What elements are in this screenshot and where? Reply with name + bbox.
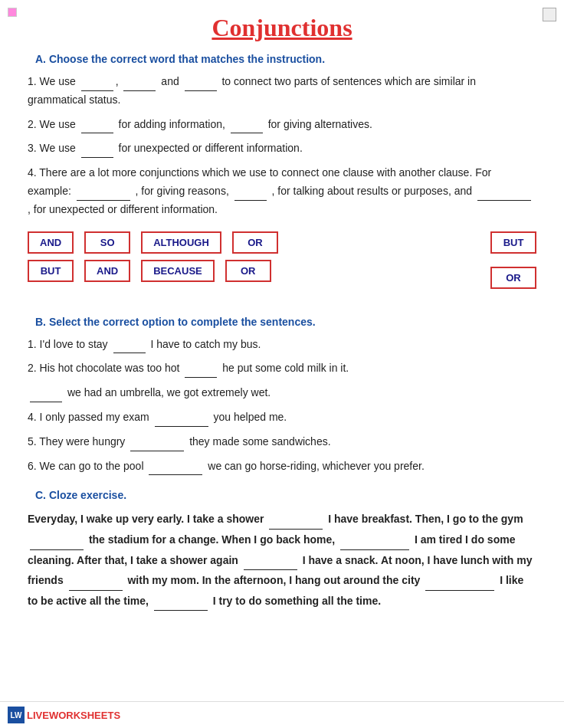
blank-a1-1[interactable]: [81, 90, 113, 91]
blank-c6[interactable]: [425, 590, 494, 591]
blank-b3[interactable]: [30, 402, 62, 402]
corner-decoration-tl: [8, 8, 17, 17]
question-b6: 6. We can go to the pool we can go horse…: [28, 457, 536, 476]
question-b2: 2. His hot chocolate was too hot he put …: [28, 359, 536, 378]
word-box-but2[interactable]: BUT: [490, 231, 536, 254]
section-a-title: A. Choose the correct word that matches …: [35, 53, 536, 65]
blank-c3[interactable]: [340, 549, 409, 550]
blank-a3-1[interactable]: [81, 157, 113, 158]
question-b1: 1. I'd love to stay I have to catch my b…: [28, 336, 536, 354]
question-a3: 3. We use for unexpected or different in…: [28, 139, 536, 158]
page-title: Conjunctions: [28, 14, 536, 42]
section-c: C. Cloze exercise. Everyday, I wake up v…: [28, 489, 536, 611]
blank-b5[interactable]: [130, 451, 184, 451]
section-c-title: C. Cloze exercise.: [35, 489, 536, 501]
question-a1: 1. We use , and to connect two parts of …: [28, 73, 536, 110]
logo-icon: LW: [8, 707, 25, 723]
blank-b4[interactable]: [155, 426, 208, 427]
footer: LW LIVEWORKSHEETS: [0, 701, 564, 728]
word-box-and1[interactable]: AND: [28, 231, 74, 254]
blank-c5[interactable]: [69, 590, 123, 591]
section-b: B. Select the correct option to complete…: [28, 316, 536, 476]
word-box-or1[interactable]: OR: [232, 231, 278, 254]
liveworksheets-logo: LW LIVEWORKSHEETS: [8, 707, 120, 723]
word-box-or3[interactable]: OR: [490, 267, 536, 289]
corner-decoration-tr: [543, 8, 556, 21]
word-box-because[interactable]: BECAUSE: [141, 260, 215, 282]
blank-c1[interactable]: [269, 529, 323, 530]
section-b-title: B. Select the correct option to complete…: [35, 316, 536, 328]
word-box-but1[interactable]: BUT: [28, 260, 74, 282]
blank-a4-1[interactable]: [77, 200, 130, 201]
footer-text: LIVEWORKSHEETS: [27, 710, 120, 721]
question-a4: 4. There are a lot more conjunctions whi…: [28, 164, 536, 218]
blank-a1-3[interactable]: [185, 90, 217, 91]
blank-c7[interactable]: [154, 610, 208, 611]
word-box-and2[interactable]: AND: [84, 260, 130, 282]
blank-a2-2[interactable]: [231, 133, 263, 133]
word-box-or2[interactable]: OR: [225, 260, 271, 282]
word-box-so[interactable]: SO: [84, 231, 130, 254]
blank-a1-2[interactable]: [123, 90, 156, 91]
section-a: A. Choose the correct word that matches …: [28, 53, 536, 300]
question-b4: 4. I only passed my exam you helped me.: [28, 408, 536, 427]
blank-c2[interactable]: [30, 549, 84, 550]
blank-b6[interactable]: [149, 474, 202, 475]
blank-c4[interactable]: [244, 569, 297, 570]
word-box-area: AND SO ALTHOUGH OR BUT AND BECAUSE OR BU…: [28, 231, 536, 300]
blank-a2-1[interactable]: [81, 133, 113, 133]
blank-b1[interactable]: [113, 353, 146, 353]
blank-b2[interactable]: [185, 377, 217, 378]
question-a2: 2. We use for adding information, for gi…: [28, 116, 536, 134]
question-b3: we had an umbrella, we got extremely wet…: [28, 384, 536, 402]
cloze-paragraph: Everyday, I wake up very early. I take a…: [28, 509, 536, 611]
word-box-although[interactable]: ALTHOUGH: [141, 231, 221, 254]
question-b5: 5. They were hungry they made some sandw…: [28, 433, 536, 451]
blank-a4-3[interactable]: [477, 200, 531, 201]
blank-a4-2[interactable]: [234, 200, 267, 201]
